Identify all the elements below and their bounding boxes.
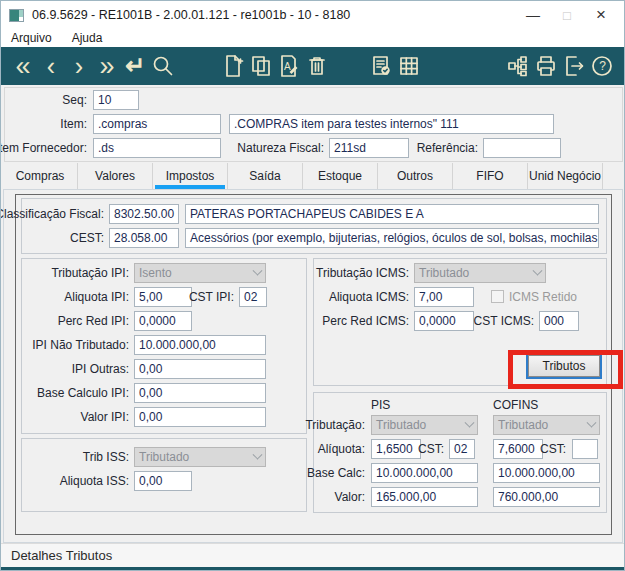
tab-unid-negocio[interactable]: Unid Negócio: [528, 163, 603, 189]
referencia-label: Referência:: [417, 138, 478, 158]
tree-structure-icon: [506, 54, 530, 78]
item-description-input[interactable]: .COMPRAS item para testes internos" 111: [229, 114, 554, 134]
menu-arquivo[interactable]: Arquivo: [1, 29, 62, 47]
perc-red-ipi-input[interactable]: 0,0000: [134, 311, 192, 331]
toolbar: « ‹ › » ↵ A: [1, 47, 624, 85]
tributacao-pis-cofins-label: Tributação:: [305, 415, 365, 435]
tributos-button[interactable]: Tributos: [528, 355, 600, 377]
cst-pis-label: CST:: [418, 439, 444, 459]
aliquota-iss-input[interactable]: 0,00: [134, 471, 192, 491]
tributacao-icms-label: Tributação ICMS:: [316, 263, 409, 283]
cst-pis-input[interactable]: 02: [449, 439, 475, 459]
tab-outros[interactable]: Outros: [378, 163, 453, 189]
ipi-nao-tributado-input[interactable]: 10.000.000,00: [134, 335, 266, 355]
tributacao-ipi-label: Tributação IPI:: [51, 263, 129, 283]
close-button[interactable]: ×: [584, 3, 618, 27]
trib-iss-value: Tributado: [139, 450, 189, 464]
tab-valores[interactable]: Valores: [78, 163, 153, 189]
aliquota-pis-input[interactable]: 1,6500: [371, 439, 421, 459]
trib-iss-label: Trib ISS:: [83, 447, 129, 467]
last-record-button[interactable]: »: [93, 50, 121, 82]
natureza-fiscal-input[interactable]: 211sd: [329, 138, 409, 158]
cst-ipi-input[interactable]: 02: [239, 287, 267, 307]
item-label: Item:: [60, 114, 87, 134]
tributacao-pis-select: Tributado: [371, 415, 478, 435]
cst-cofins-input[interactable]: [572, 439, 598, 459]
aliquota-ipi-label: Aliquota IPI:: [64, 287, 129, 307]
delete-button[interactable]: [303, 50, 331, 82]
seq-input[interactable]: 10: [93, 90, 139, 110]
exit-button[interactable]: [560, 50, 588, 82]
tab-strip: Compras Valores Impostos Saída Estoque O…: [3, 163, 603, 189]
cest-label: CEST:: [70, 228, 104, 248]
tributacao-ipi-select: Isento: [134, 263, 266, 283]
first-record-button[interactable]: «: [9, 50, 37, 82]
aliquota-ipi-input[interactable]: 5,00: [134, 287, 192, 307]
exit-icon: [562, 54, 586, 78]
item-fornecedor-input[interactable]: .ds: [93, 138, 221, 158]
chevron-down-icon: [253, 449, 263, 459]
chevron-down-icon: [465, 417, 475, 427]
tab-estoque[interactable]: Estoque: [303, 163, 378, 189]
tributacao-pis-value: Tributado: [376, 418, 426, 432]
chevron-down-icon: [587, 417, 597, 427]
base-calculo-ipi-input[interactable]: 0,00: [134, 383, 266, 403]
perc-red-icms-input[interactable]: 0,0000: [414, 311, 474, 331]
minimize-button[interactable]: —: [516, 3, 550, 27]
pis-column-header: PIS: [371, 397, 390, 413]
grid-view-button[interactable]: [395, 50, 423, 82]
tree-structure-button[interactable]: [504, 50, 532, 82]
base-calc-pis-input[interactable]: 10.000.000,00: [371, 463, 478, 483]
tab-fifo[interactable]: FIFO: [453, 163, 528, 189]
aliquota-cofins-input[interactable]: 7,6000: [493, 439, 543, 459]
tributacao-cofins-select: Tributado: [493, 415, 600, 435]
edit-document-button[interactable]: A: [275, 50, 303, 82]
edit-document-icon: A: [277, 54, 301, 78]
valor-cofins-input[interactable]: 760.000,00: [493, 487, 600, 507]
chevron-down-icon: [253, 265, 263, 275]
tab-saida[interactable]: Saída: [228, 163, 303, 189]
base-calc-cofins-input[interactable]: 10.000.000,00: [493, 463, 600, 483]
tributacao-cofins-value: Tributado: [498, 418, 548, 432]
tab-impostos[interactable]: Impostos: [153, 163, 228, 189]
search-icon: [151, 54, 175, 78]
confirm-button[interactable]: ↵: [121, 50, 149, 82]
classificacao-fiscal-descricao-input[interactable]: PATERAS PORTACHAPEUS CABIDES E A: [185, 204, 599, 224]
valor-pis-input[interactable]: 165.000,00: [371, 487, 478, 507]
previous-record-button[interactable]: ‹: [37, 50, 65, 82]
help-button[interactable]: ?: [588, 50, 616, 82]
trib-iss-select: Tributado: [134, 447, 266, 467]
document-check-button[interactable]: [367, 50, 395, 82]
cest-input[interactable]: 28.058.00: [109, 228, 179, 248]
svg-text:A: A: [284, 61, 291, 72]
copy-document-button[interactable]: [247, 50, 275, 82]
tributacao-ipi-value: Isento: [139, 266, 172, 280]
ipi-outras-input[interactable]: 0,00: [134, 359, 266, 379]
valor-ipi-input[interactable]: 0,00: [134, 407, 266, 427]
referencia-input[interactable]: [483, 138, 561, 158]
classificacao-fiscal-input[interactable]: 8302.50.00: [109, 204, 179, 224]
search-button[interactable]: [149, 50, 177, 82]
trash-icon: [305, 54, 329, 78]
cst-ipi-label: CST IPI:: [189, 287, 234, 307]
window-bottom-edge: [1, 567, 624, 571]
cest-descricao-input[interactable]: Acessórios (por exemplo, bijuterias, rel…: [185, 228, 599, 248]
window-title: 06.9.5629 - RE1001B - 2.00.01.121 - re10…: [32, 8, 350, 22]
app-icon: [9, 9, 24, 22]
cst-cofins-label: CST:: [540, 439, 566, 459]
menu-ajuda[interactable]: Ajuda: [62, 29, 113, 47]
valor-label: Valor:: [335, 487, 365, 507]
new-document-button[interactable]: [219, 50, 247, 82]
item-input[interactable]: .compras: [93, 114, 221, 134]
maximize-button[interactable]: □: [550, 3, 584, 27]
status-bar: Detalhes Tributos: [1, 543, 624, 567]
app-window: 06.9.5629 - RE1001B - 2.00.01.121 - re10…: [0, 0, 625, 571]
valor-ipi-label: Valor IPI:: [81, 407, 129, 427]
aliquota-icms-input[interactable]: 7,00: [414, 287, 474, 307]
next-record-button[interactable]: ›: [65, 50, 93, 82]
tab-compras[interactable]: Compras: [3, 163, 78, 189]
cofins-column-header: COFINS: [493, 397, 538, 413]
cst-icms-input[interactable]: 000: [539, 311, 579, 331]
menu-bar: Arquivo Ajuda: [1, 29, 624, 47]
print-button[interactable]: [532, 50, 560, 82]
